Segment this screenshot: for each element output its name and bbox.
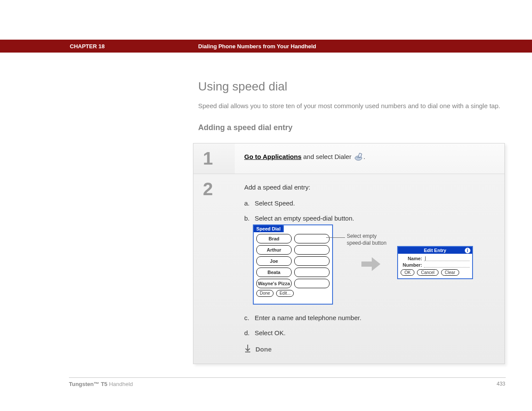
edit-entry-buttons: OK Cancel Clear <box>401 269 470 276</box>
speed-dial-window: Speed Dial Brad Arthur Joe Beata Wayne's… <box>253 224 333 305</box>
steps-container: 1 Go to Applications and select Dialer .… <box>193 143 505 364</box>
speed-dial-button[interactable]: Beata <box>256 268 292 277</box>
done-label: Done <box>255 346 272 353</box>
speed-dial-button[interactable]: Joe <box>256 256 292 266</box>
name-label: Name: <box>401 256 422 261</box>
substep-d: d. Select OK. <box>244 329 496 336</box>
substep-text: Enter a name and telephone number. <box>255 314 361 321</box>
step-row-1: 1 Go to Applications and select Dialer . <box>193 143 504 174</box>
text-cursor: | <box>425 255 426 261</box>
substep-marker: b. <box>244 215 253 222</box>
edit-entry-body: Name: | Number: OK Cancel <box>398 254 472 278</box>
substep-b: b. Select an empty speed-dial button. Sp… <box>244 215 496 306</box>
speed-dial-done-button[interactable]: Done <box>256 290 274 297</box>
clear-button[interactable]: Clear <box>441 269 459 276</box>
footer-product-bold: Tungsten™ T5 <box>69 381 107 387</box>
substep-marker: c. <box>244 314 253 321</box>
step-number-column: 1 <box>193 143 235 174</box>
speed-dial-button[interactable]: Wayne's Pizza <box>256 279 292 288</box>
section-heading: Using speed dial <box>198 80 504 93</box>
go-to-applications-link[interactable]: Go to Applications <box>244 153 302 160</box>
speed-dial-empty-button[interactable] <box>294 279 330 288</box>
callout-line1: Select empty <box>347 233 376 239</box>
speed-dial-tab: Speed Dial <box>253 224 284 232</box>
speed-dial-graphic: Speed Dial Brad Arthur Joe Beata Wayne's… <box>253 224 496 306</box>
footer-product-rest: Handheld <box>107 381 133 387</box>
ok-button[interactable]: OK <box>401 269 414 276</box>
number-input[interactable] <box>424 262 470 268</box>
speed-dial-empty-button[interactable] <box>294 234 330 243</box>
speed-dial-button[interactable]: Arthur <box>256 245 292 255</box>
substep-marker: a. <box>244 199 253 207</box>
chapter-title: Dialing Phone Numbers from Your Handheld <box>198 43 316 50</box>
name-input[interactable]: | <box>424 256 470 261</box>
done-row: Done <box>244 344 496 354</box>
content-area: Using speed dial Speed dial allows you t… <box>198 80 504 137</box>
step-number: 2 <box>203 180 235 198</box>
dialer-icon <box>354 153 363 162</box>
number-field-row: Number: <box>401 262 470 268</box>
speed-dial-empty-button[interactable] <box>294 268 330 277</box>
step1-period: . <box>364 153 365 160</box>
substep-text: Select an empty speed-dial button. <box>255 215 354 222</box>
step1-text-rest: and select Dialer <box>302 153 353 160</box>
chapter-number: CHAPTER 18 <box>70 43 105 50</box>
step-number-column: 2 <box>193 174 235 364</box>
edit-entry-dialog: Edit Entry i Name: | Number: <box>397 246 473 279</box>
edit-entry-titlebar: Edit Entry i <box>398 247 472 254</box>
arrow-right-icon <box>361 255 381 276</box>
svg-point-3 <box>358 157 359 158</box>
step2-intro: Add a speed dial entry: <box>244 184 496 191</box>
cancel-button[interactable]: Cancel <box>417 269 438 276</box>
step-body: Add a speed dial entry: a. Select Speed.… <box>235 174 504 364</box>
svg-point-4 <box>359 157 360 158</box>
done-arrow-icon <box>244 344 251 354</box>
speed-dial-button[interactable]: Brad <box>256 234 292 243</box>
number-label: Number: <box>401 262 422 268</box>
speed-dial-empty-button[interactable] <box>294 256 330 266</box>
speed-dial-edit-button[interactable]: Edit... <box>276 290 294 297</box>
substep-text: Select OK. <box>255 329 286 336</box>
speed-dial-body: Brad Arthur Joe Beata Wayne's Pizza Done… <box>254 225 332 299</box>
callout-line <box>326 237 345 238</box>
substep-list: a. Select Speed. b. Select an empty spee… <box>244 199 496 336</box>
substep-text: Select Speed. <box>255 199 295 207</box>
callout-text: Select empty speed-dial button <box>347 233 386 246</box>
info-icon[interactable]: i <box>465 248 470 253</box>
callout-line2: speed-dial button <box>347 240 386 246</box>
footer-page-number: 433 <box>497 381 505 387</box>
edit-entry-title: Edit Entry <box>424 248 446 253</box>
step-body: Go to Applications and select Dialer . <box>235 143 504 174</box>
substep-a: a. Select Speed. <box>244 199 496 207</box>
section-intro: Speed dial allows you to store ten of yo… <box>198 101 504 110</box>
chapter-header-bar: CHAPTER 18 Dialing Phone Numbers from Yo… <box>0 40 532 53</box>
footer-product: Tungsten™ T5 Handheld <box>69 381 133 387</box>
step-row-2: 2 Add a speed dial entry: a. Select Spee… <box>193 174 504 364</box>
subsection-heading: Adding a speed dial entry <box>198 123 504 132</box>
step-number: 1 <box>203 149 235 168</box>
name-field-row: Name: | <box>401 256 470 261</box>
speed-dial-empty-button[interactable] <box>294 245 330 255</box>
footer-rule <box>69 377 506 378</box>
substep-marker: d. <box>244 329 253 336</box>
substep-c: c. Enter a name and telephone number. <box>244 314 496 321</box>
svg-point-2 <box>357 157 358 158</box>
